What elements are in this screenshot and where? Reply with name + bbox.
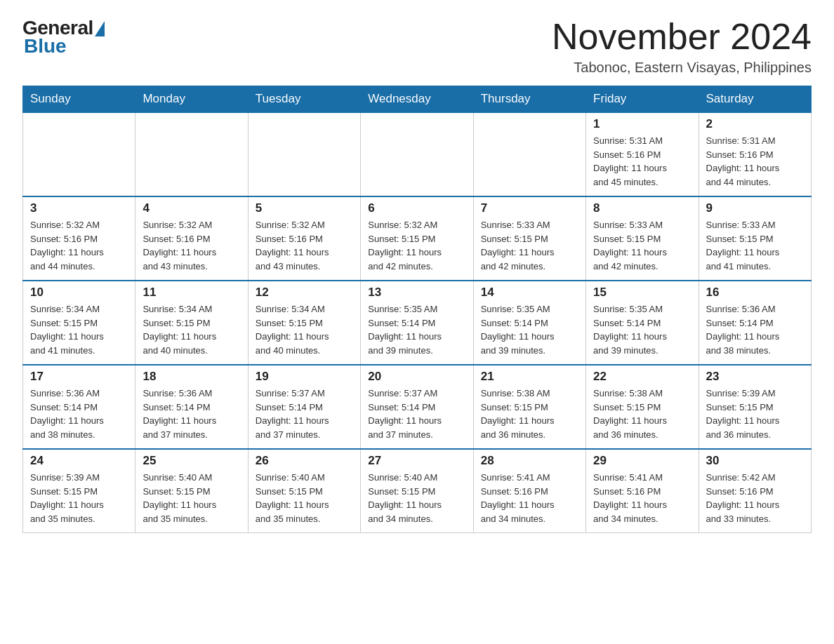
day-number: 12 bbox=[256, 286, 353, 300]
day-number: 30 bbox=[706, 454, 804, 468]
day-cell: 13Sunrise: 5:35 AMSunset: 5:14 PMDayligh… bbox=[361, 281, 473, 365]
day-number: 22 bbox=[593, 370, 691, 384]
day-info: Sunrise: 5:31 AMSunset: 5:16 PMDaylight:… bbox=[706, 134, 804, 189]
day-number: 4 bbox=[143, 201, 240, 215]
day-info: Sunrise: 5:37 AMSunset: 5:14 PMDaylight:… bbox=[368, 387, 465, 441]
day-cell: 12Sunrise: 5:34 AMSunset: 5:15 PMDayligh… bbox=[248, 281, 360, 365]
day-info: Sunrise: 5:32 AMSunset: 5:16 PMDaylight:… bbox=[143, 218, 240, 273]
day-info: Sunrise: 5:33 AMSunset: 5:15 PMDaylight:… bbox=[593, 218, 691, 273]
day-cell bbox=[23, 112, 135, 196]
day-info: Sunrise: 5:35 AMSunset: 5:14 PMDaylight:… bbox=[481, 302, 578, 357]
day-number: 14 bbox=[481, 286, 578, 300]
day-info: Sunrise: 5:31 AMSunset: 5:16 PMDaylight:… bbox=[593, 134, 691, 189]
day-info: Sunrise: 5:40 AMSunset: 5:15 PMDaylight:… bbox=[256, 471, 353, 525]
day-info: Sunrise: 5:35 AMSunset: 5:14 PMDaylight:… bbox=[368, 302, 465, 357]
day-number: 24 bbox=[30, 454, 128, 468]
day-cell: 19Sunrise: 5:37 AMSunset: 5:14 PMDayligh… bbox=[248, 365, 360, 449]
day-cell: 18Sunrise: 5:36 AMSunset: 5:14 PMDayligh… bbox=[135, 365, 248, 449]
header: General Blue November 2024 Tabonoc, East… bbox=[22, 17, 812, 76]
day-cell: 16Sunrise: 5:36 AMSunset: 5:14 PMDayligh… bbox=[699, 281, 811, 365]
day-cell: 9Sunrise: 5:33 AMSunset: 5:15 PMDaylight… bbox=[699, 196, 811, 281]
day-cell: 6Sunrise: 5:32 AMSunset: 5:15 PMDaylight… bbox=[361, 196, 473, 281]
day-number: 28 bbox=[481, 454, 578, 468]
week-row-3: 10Sunrise: 5:34 AMSunset: 5:15 PMDayligh… bbox=[23, 281, 812, 365]
day-cell: 4Sunrise: 5:32 AMSunset: 5:16 PMDaylight… bbox=[135, 196, 248, 281]
day-number: 27 bbox=[368, 454, 465, 468]
logo-triangle-icon bbox=[95, 21, 105, 36]
day-cell: 28Sunrise: 5:41 AMSunset: 5:16 PMDayligh… bbox=[473, 449, 585, 533]
day-cell: 24Sunrise: 5:39 AMSunset: 5:15 PMDayligh… bbox=[23, 449, 135, 533]
day-cell: 29Sunrise: 5:41 AMSunset: 5:16 PMDayligh… bbox=[586, 449, 699, 533]
day-number: 19 bbox=[256, 370, 353, 384]
day-cell bbox=[248, 112, 360, 196]
day-info: Sunrise: 5:33 AMSunset: 5:15 PMDaylight:… bbox=[706, 218, 804, 273]
day-info: Sunrise: 5:37 AMSunset: 5:14 PMDaylight:… bbox=[256, 387, 353, 441]
day-number: 8 bbox=[593, 201, 691, 215]
day-number: 20 bbox=[368, 370, 465, 384]
day-number: 6 bbox=[368, 201, 465, 215]
location-title: Tabonoc, Eastern Visayas, Philippines bbox=[552, 60, 812, 76]
day-cell: 27Sunrise: 5:40 AMSunset: 5:15 PMDayligh… bbox=[361, 449, 473, 533]
day-number: 13 bbox=[368, 286, 465, 300]
day-info: Sunrise: 5:42 AMSunset: 5:16 PMDaylight:… bbox=[706, 471, 804, 525]
day-number: 15 bbox=[593, 286, 691, 300]
day-number: 23 bbox=[706, 370, 804, 384]
logo-blue-text: Blue bbox=[24, 35, 67, 58]
day-info: Sunrise: 5:33 AMSunset: 5:15 PMDaylight:… bbox=[481, 218, 578, 273]
day-cell: 10Sunrise: 5:34 AMSunset: 5:15 PMDayligh… bbox=[23, 281, 135, 365]
day-info: Sunrise: 5:35 AMSunset: 5:14 PMDaylight:… bbox=[593, 302, 691, 357]
day-number: 25 bbox=[143, 454, 240, 468]
weekday-header-thursday: Thursday bbox=[473, 86, 585, 113]
day-info: Sunrise: 5:32 AMSunset: 5:16 PMDaylight:… bbox=[30, 218, 128, 273]
day-cell: 26Sunrise: 5:40 AMSunset: 5:15 PMDayligh… bbox=[248, 449, 360, 533]
day-cell: 22Sunrise: 5:38 AMSunset: 5:15 PMDayligh… bbox=[586, 365, 699, 449]
day-number: 9 bbox=[706, 201, 804, 215]
day-number: 3 bbox=[30, 201, 128, 215]
day-cell: 25Sunrise: 5:40 AMSunset: 5:15 PMDayligh… bbox=[135, 449, 248, 533]
week-row-1: 1Sunrise: 5:31 AMSunset: 5:16 PMDaylight… bbox=[23, 112, 812, 196]
weekday-header-tuesday: Tuesday bbox=[248, 86, 360, 113]
week-row-5: 24Sunrise: 5:39 AMSunset: 5:15 PMDayligh… bbox=[23, 449, 812, 533]
day-info: Sunrise: 5:40 AMSunset: 5:15 PMDaylight:… bbox=[143, 471, 240, 525]
day-info: Sunrise: 5:32 AMSunset: 5:16 PMDaylight:… bbox=[256, 218, 353, 273]
day-number: 18 bbox=[143, 370, 240, 384]
day-cell: 2Sunrise: 5:31 AMSunset: 5:16 PMDaylight… bbox=[699, 112, 811, 196]
day-cell: 3Sunrise: 5:32 AMSunset: 5:16 PMDaylight… bbox=[23, 196, 135, 281]
day-cell: 8Sunrise: 5:33 AMSunset: 5:15 PMDaylight… bbox=[586, 196, 699, 281]
day-info: Sunrise: 5:40 AMSunset: 5:15 PMDaylight:… bbox=[368, 471, 465, 525]
day-number: 11 bbox=[143, 286, 240, 300]
day-info: Sunrise: 5:36 AMSunset: 5:14 PMDaylight:… bbox=[30, 387, 128, 441]
day-info: Sunrise: 5:41 AMSunset: 5:16 PMDaylight:… bbox=[593, 471, 691, 525]
day-number: 10 bbox=[30, 286, 128, 300]
weekday-header-wednesday: Wednesday bbox=[361, 86, 473, 113]
day-cell: 15Sunrise: 5:35 AMSunset: 5:14 PMDayligh… bbox=[586, 281, 699, 365]
day-cell: 5Sunrise: 5:32 AMSunset: 5:16 PMDaylight… bbox=[248, 196, 360, 281]
day-info: Sunrise: 5:41 AMSunset: 5:16 PMDaylight:… bbox=[481, 471, 578, 525]
week-row-4: 17Sunrise: 5:36 AMSunset: 5:14 PMDayligh… bbox=[23, 365, 812, 449]
day-number: 26 bbox=[256, 454, 353, 468]
day-info: Sunrise: 5:34 AMSunset: 5:15 PMDaylight:… bbox=[30, 302, 128, 357]
day-number: 17 bbox=[30, 370, 128, 384]
logo: General Blue bbox=[22, 17, 105, 58]
day-cell: 14Sunrise: 5:35 AMSunset: 5:14 PMDayligh… bbox=[473, 281, 585, 365]
day-number: 29 bbox=[593, 454, 691, 468]
day-info: Sunrise: 5:34 AMSunset: 5:15 PMDaylight:… bbox=[143, 302, 240, 357]
day-cell: 17Sunrise: 5:36 AMSunset: 5:14 PMDayligh… bbox=[23, 365, 135, 449]
day-number: 2 bbox=[706, 117, 804, 131]
day-info: Sunrise: 5:32 AMSunset: 5:15 PMDaylight:… bbox=[368, 218, 465, 273]
day-cell: 7Sunrise: 5:33 AMSunset: 5:15 PMDaylight… bbox=[473, 196, 585, 281]
day-cell: 23Sunrise: 5:39 AMSunset: 5:15 PMDayligh… bbox=[699, 365, 811, 449]
title-block: November 2024 Tabonoc, Eastern Visayas, … bbox=[552, 17, 812, 76]
calendar-table: SundayMondayTuesdayWednesdayThursdayFrid… bbox=[22, 86, 812, 533]
day-cell: 21Sunrise: 5:38 AMSunset: 5:15 PMDayligh… bbox=[473, 365, 585, 449]
day-number: 5 bbox=[256, 201, 353, 215]
week-row-2: 3Sunrise: 5:32 AMSunset: 5:16 PMDaylight… bbox=[23, 196, 812, 281]
day-cell bbox=[473, 112, 585, 196]
day-info: Sunrise: 5:34 AMSunset: 5:15 PMDaylight:… bbox=[256, 302, 353, 357]
weekday-header-monday: Monday bbox=[135, 86, 248, 113]
weekday-header-sunday: Sunday bbox=[23, 86, 135, 113]
day-cell bbox=[361, 112, 473, 196]
day-cell: 11Sunrise: 5:34 AMSunset: 5:15 PMDayligh… bbox=[135, 281, 248, 365]
day-number: 16 bbox=[706, 286, 804, 300]
day-info: Sunrise: 5:39 AMSunset: 5:15 PMDaylight:… bbox=[706, 387, 804, 441]
